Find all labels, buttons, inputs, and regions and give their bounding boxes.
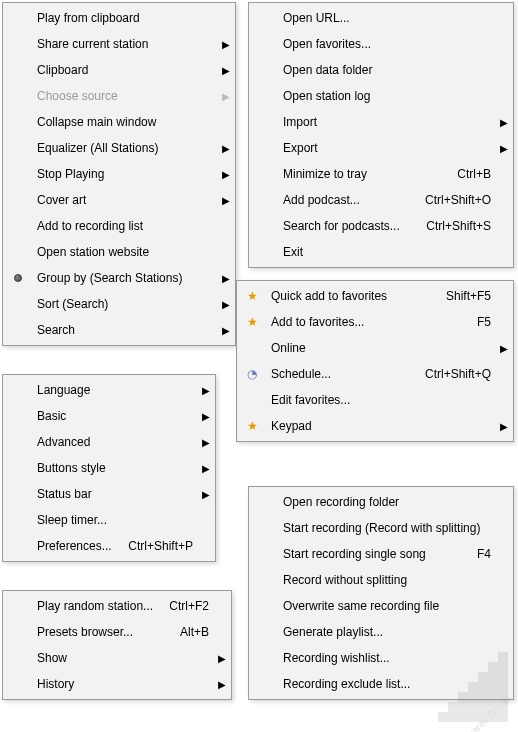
menu-item-open-station-website[interactable]: Open station website xyxy=(5,239,233,265)
menu-item-add-podcast[interactable]: Add podcast...Ctrl+Shift+O xyxy=(251,187,511,213)
menu-item-play-from-clipboard[interactable]: Play from clipboard xyxy=(5,5,233,31)
context-menu-right-3: Open recording folder Start recording (R… xyxy=(248,486,514,700)
menu-item-recording-wishlist[interactable]: Recording wishlist... xyxy=(251,645,511,671)
menu-item-status-bar[interactable]: Status bar▶ xyxy=(5,481,213,507)
menu-item-open-station-log[interactable]: Open station log xyxy=(251,83,511,109)
menu-item-play-random-station[interactable]: Play random station...Ctrl+F2 xyxy=(5,593,229,619)
menu-item-recording-exclude-list[interactable]: Recording exclude list... xyxy=(251,671,511,697)
menu-item-start-recording-single-song[interactable]: Start recording single songF4 xyxy=(251,541,511,567)
menu-item-add-to-favorites[interactable]: ★Add to favorites...F5 xyxy=(239,309,511,335)
menu-item-buttons-style[interactable]: Buttons style▶ xyxy=(5,455,213,481)
submenu-arrow-icon: ▶ xyxy=(497,143,511,154)
star-icon: ★ xyxy=(245,419,259,433)
submenu-arrow-icon: ▶ xyxy=(215,679,229,690)
menu-item-stop-playing[interactable]: Stop Playing▶ xyxy=(5,161,233,187)
menu-item-overwrite-same-recording[interactable]: Overwrite same recording file xyxy=(251,593,511,619)
menu-item-start-recording-splitting[interactable]: Start recording (Record with splitting) xyxy=(251,515,511,541)
menu-item-open-data-folder[interactable]: Open data folder xyxy=(251,57,511,83)
submenu-arrow-icon: ▶ xyxy=(199,489,213,500)
menu-item-online[interactable]: Online▶ xyxy=(239,335,511,361)
menu-item-edit-favorites[interactable]: Edit favorites... xyxy=(239,387,511,413)
star-icon: ★ xyxy=(245,289,259,303)
submenu-arrow-icon: ▶ xyxy=(219,195,233,206)
star-icon: ★ xyxy=(245,315,259,329)
submenu-arrow-icon: ▶ xyxy=(219,273,233,284)
menu-item-choose-source: Choose source▶ xyxy=(5,83,233,109)
menu-item-search-for-podcasts[interactable]: Search for podcasts...Ctrl+Shift+S xyxy=(251,213,511,239)
submenu-arrow-icon: ▶ xyxy=(497,117,511,128)
submenu-arrow-icon: ▶ xyxy=(199,463,213,474)
menu-item-sleep-timer[interactable]: Sleep timer... xyxy=(5,507,213,533)
context-menu-left-1: Play from clipboard Share current statio… xyxy=(2,2,236,346)
submenu-arrow-icon: ▶ xyxy=(219,91,233,102)
submenu-arrow-icon: ▶ xyxy=(219,169,233,180)
submenu-arrow-icon: ▶ xyxy=(219,325,233,336)
menu-item-add-to-recording-list[interactable]: Add to recording list xyxy=(5,213,233,239)
menu-item-export[interactable]: Export▶ xyxy=(251,135,511,161)
menu-item-keypad[interactable]: ★Keypad▶ xyxy=(239,413,511,439)
dot-icon xyxy=(14,274,22,282)
menu-item-group-by[interactable]: Group by (Search Stations)▶ xyxy=(5,265,233,291)
submenu-arrow-icon: ▶ xyxy=(215,653,229,664)
menu-item-quick-add-to-favorites[interactable]: ★Quick add to favoritesShift+F5 xyxy=(239,283,511,309)
menu-item-basic[interactable]: Basic▶ xyxy=(5,403,213,429)
menu-item-equalizer[interactable]: Equalizer (All Stations)▶ xyxy=(5,135,233,161)
submenu-arrow-icon: ▶ xyxy=(497,343,511,354)
svg-rect-5 xyxy=(448,702,508,712)
menu-item-minimize-to-tray[interactable]: Minimize to trayCtrl+B xyxy=(251,161,511,187)
submenu-arrow-icon: ▶ xyxy=(219,39,233,50)
menu-item-exit[interactable]: Exit xyxy=(251,239,511,265)
menu-item-history[interactable]: History▶ xyxy=(5,671,229,697)
menu-item-sort[interactable]: Sort (Search)▶ xyxy=(5,291,233,317)
menu-item-collapse-main-window[interactable]: Collapse main window xyxy=(5,109,233,135)
menu-item-generate-playlist[interactable]: Generate playlist... xyxy=(251,619,511,645)
menu-item-presets-browser[interactable]: Presets browser...Alt+B xyxy=(5,619,229,645)
menu-item-import[interactable]: Import▶ xyxy=(251,109,511,135)
menu-item-cover-art[interactable]: Cover art▶ xyxy=(5,187,233,213)
context-menu-right-1: Open URL... Open favorites... Open data … xyxy=(248,2,514,268)
submenu-arrow-icon: ▶ xyxy=(219,299,233,310)
context-menu-right-2: ★Quick add to favoritesShift+F5 ★Add to … xyxy=(236,280,514,442)
context-menu-left-3: Play random station...Ctrl+F2 Presets br… xyxy=(2,590,232,700)
menu-item-language[interactable]: Language▶ xyxy=(5,377,213,403)
submenu-arrow-icon: ▶ xyxy=(199,385,213,396)
menu-item-open-recording-folder[interactable]: Open recording folder xyxy=(251,489,511,515)
clock-icon: ◔ xyxy=(245,367,259,381)
submenu-arrow-icon: ▶ xyxy=(199,437,213,448)
submenu-arrow-icon: ▶ xyxy=(219,65,233,76)
menu-item-open-favorites[interactable]: Open favorites... xyxy=(251,31,511,57)
menu-item-open-url[interactable]: Open URL... xyxy=(251,5,511,31)
submenu-arrow-icon: ▶ xyxy=(497,421,511,432)
submenu-arrow-icon: ▶ xyxy=(219,143,233,154)
menu-item-search[interactable]: Search▶ xyxy=(5,317,233,343)
context-menu-left-2: Language▶ Basic▶ Advanced▶ Buttons style… xyxy=(2,374,216,562)
menu-item-schedule[interactable]: ◔Schedule...Ctrl+Shift+Q xyxy=(239,361,511,387)
menu-item-preferences[interactable]: Preferences...Ctrl+Shift+P xyxy=(5,533,213,559)
menu-item-clipboard[interactable]: Clipboard▶ xyxy=(5,57,233,83)
menu-item-share-current-station[interactable]: Share current station▶ xyxy=(5,31,233,57)
menu-item-show[interactable]: Show▶ xyxy=(5,645,229,671)
menu-item-record-without-splitting[interactable]: Record without splitting xyxy=(251,567,511,593)
menu-item-advanced[interactable]: Advanced▶ xyxy=(5,429,213,455)
submenu-arrow-icon: ▶ xyxy=(199,411,213,422)
svg-rect-6 xyxy=(438,712,508,722)
